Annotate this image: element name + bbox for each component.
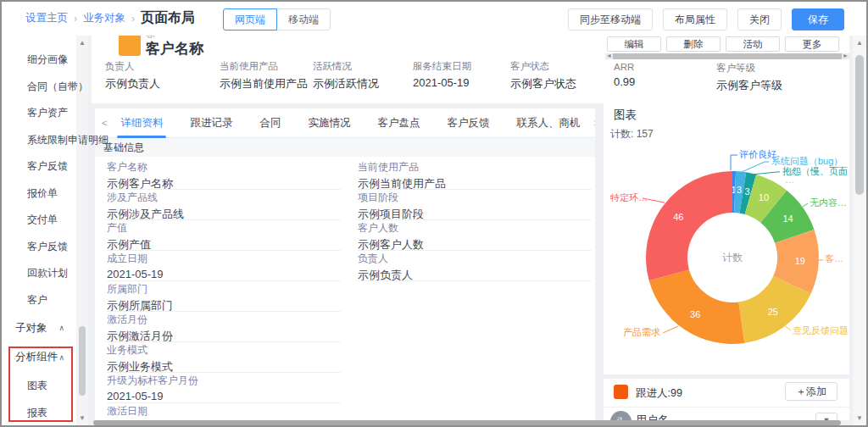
object-title: 客户名称 [146,39,203,58]
toggle-web[interactable]: 网页端 [223,8,277,30]
activity-button[interactable]: 活动 [726,36,780,52]
field-label: 负责人 [358,252,592,266]
form-field-row[interactable]: 激活月份示例激活月份 [107,312,341,342]
sidebar-item[interactable]: 交付单 [2,207,76,234]
close-button[interactable]: 关闭 [737,8,782,30]
tab[interactable]: 联系人、商机 [503,108,593,138]
field-value: 2021-05-19 [413,76,510,89]
sidebar-item[interactable]: 细分画像 [2,47,76,74]
label-line [784,325,791,330]
label-line [663,326,678,333]
section-title: 基础信息 [95,138,595,157]
field-value: 2021-05-19 [107,390,341,402]
field-label: 产值 [107,221,341,236]
delete-button[interactable]: 删除 [666,36,721,52]
breadcrumb: 设置主页 › 业务对象 › 页面布局 [25,9,195,27]
breadcrumb-objects[interactable]: 业务对象 [83,11,125,25]
tab[interactable]: 客户盘点 [364,108,433,138]
form-field-row[interactable]: 客户人数示例客户人数 [358,220,592,251]
form-field-row[interactable]: 成立日期2021-05-19 [107,251,341,281]
toggle-mobile[interactable]: 移动端 [276,8,331,30]
slice-value: 19 [795,256,805,266]
header-field: 客户状态示例客户状态 [510,60,576,92]
detail-card: < 详细资料跟进记录合同实施情况客户盘点客户反馈联系人、商机 > 基础信息 客户… [95,108,595,423]
edit-button[interactable]: 编辑 [607,36,661,52]
tab[interactable]: 合同 [246,108,294,138]
field-value: 示例活跃情况 [313,76,413,92]
label-line [742,162,769,172]
scroll-right-icon[interactable]: ► [843,53,849,58]
form-field-row[interactable]: 客户名称示例客户名称 [107,159,341,190]
scroll-up-icon[interactable]: ▲ [76,39,88,47]
scroll-down-icon[interactable]: ▼ [853,414,866,422]
main-vscroll-thumb[interactable] [855,55,864,195]
sidebar-items: 细分画像合同（自带）客户资产系统限制申请明细客户反馈报价单交付单客户反馈回款计划… [2,36,76,313]
tab[interactable]: 详细资料 [107,108,176,138]
app-window: 设置主页 › 业务对象 › 页面布局 网页端 移动端 同步至移动端 布局属性 关… [0,0,868,427]
form-field-row[interactable]: 当前使用产品示例当前使用产品 [358,159,592,190]
collapse-caret-icon: ∧ [58,353,64,362]
collapse-caret-icon: ∧ [58,324,64,332]
slice-label: 系统问题（bug） [771,156,843,166]
scroll-down-icon[interactable]: ▼ [76,414,88,422]
chart-title: 图表 [614,108,637,123]
sidebar-item[interactable]: 图表 [2,372,76,399]
tab[interactable]: 实施情况 [294,108,364,138]
more-button[interactable]: 更多 [785,36,839,52]
main-hscrollbar[interactable] [90,420,851,425]
form-field-row[interactable]: 产值示例产值 [107,220,341,251]
sidebar-section-analysis[interactable]: 分析组件 ∧ [2,342,76,372]
label-line [803,203,808,207]
tab[interactable]: 跟进记录 [176,108,246,138]
breadcrumb-home[interactable]: 设置主页 [25,11,68,25]
sidebar-item[interactable]: 客户资产 [2,100,76,127]
tabs-scroll-right-icon[interactable]: > [593,118,595,128]
form-field-row[interactable]: 项目阶段示例项目阶段 [358,190,592,220]
form-field-row[interactable]: 负责人示例负责人 [358,251,592,281]
layout-properties-button[interactable]: 布局属性 [663,8,727,30]
field-value: 示例客户等级 [716,78,810,93]
add-follower-button[interactable]: ＋添加 [785,382,837,401]
chart-card: 133101419253646评价良好系统问题（bug）抱怨（慢、页面、……无内… [604,99,849,374]
field-label: 活跃情况 [313,60,413,73]
breadcrumb-separator-icon: › [131,13,135,25]
sidebar-item[interactable]: 合同（自带） [2,74,76,101]
sidebar-item[interactable]: 客户反馈 [2,153,76,180]
section-label: 子对象 [15,321,47,336]
save-button[interactable]: 保存 [792,8,844,30]
header-field: 活跃情况示例活跃情况 [313,60,413,92]
sidebar-item[interactable]: 客户 [2,287,76,314]
slice-value: 10 [759,192,769,202]
sidebar-item[interactable]: 客户反馈 [2,234,76,261]
header-field: 服务结束日期2021-05-19 [413,60,510,92]
field-label: 激活月份 [107,313,341,327]
sidebar-section-subobjects[interactable]: 子对象 ∧ [2,313,76,342]
form-field-row[interactable]: 升级为标杆客户月份2021-05-19 [107,373,341,403]
sidebar: 细分画像合同（自带）客户资产系统限制申请明细客户反馈报价单交付单客户反馈回款计划… [2,36,76,425]
field-value: 示例负责人 [358,268,592,283]
slice-value: 25 [768,307,778,317]
object-avatar [119,34,141,56]
main-vscrollbar[interactable]: ▲ ▼ [853,36,866,425]
pie-slice [646,171,732,280]
scroll-up-icon[interactable]: ▲ [853,39,866,47]
form-field-row[interactable]: 涉及产品线示例涉及产品线 [107,190,341,220]
sync-to-mobile-button[interactable]: 同步至移动端 [568,8,653,30]
label-line [731,155,737,170]
sidebar-item[interactable]: 报价单 [2,180,76,208]
tab[interactable]: 客户反馈 [433,108,503,138]
sidebar-scroll-thumb[interactable] [79,326,86,396]
sidebar-item[interactable]: 报表 [2,399,76,426]
header-hscroll-thumb[interactable] [613,53,842,59]
topbar: 设置主页 › 业务对象 › 页面布局 网页端 移动端 同步至移动端 布局属性 关… [2,2,866,36]
header-hscrollbar[interactable]: ◄ ► [605,53,849,59]
form-field-row[interactable]: 所属部门示例所属部门 [107,281,341,312]
scroll-left-icon[interactable]: ◄ [606,53,612,58]
main-hscroll-thumb[interactable] [93,420,841,425]
sidebar-item[interactable]: 系统限制申请明细 [2,127,76,154]
header-field: 负责人示例负责人 [105,60,220,92]
field-label: 服务结束日期 [413,60,510,73]
sidebar-item[interactable]: 回款计划 [2,260,76,287]
form-field-row[interactable]: 业务模式示例业务模式 [107,342,341,373]
breadcrumb-separator-icon: › [74,13,77,25]
